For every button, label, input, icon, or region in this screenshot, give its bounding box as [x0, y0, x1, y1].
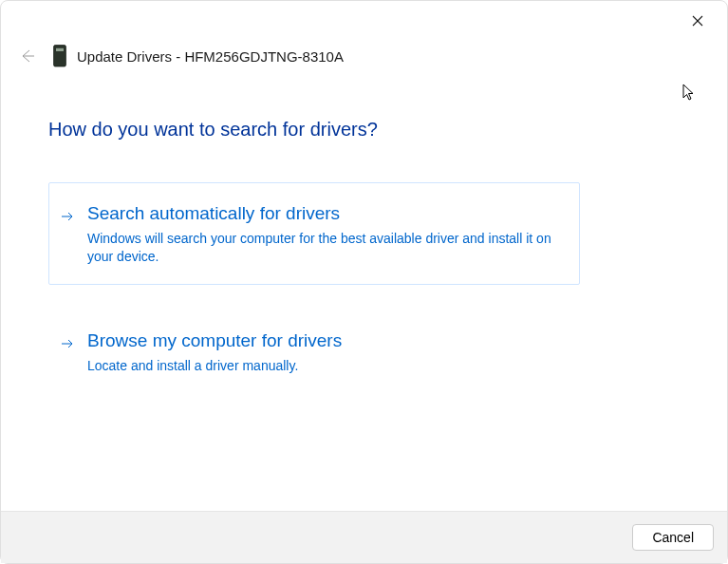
header-row: Update Drivers - HFM256GDJTNG-8310A	[1, 1, 727, 73]
option-text: Search automatically for drivers Windows…	[87, 202, 562, 265]
option-text: Browse my computer for drivers Locate an…	[87, 329, 562, 375]
svg-rect-3	[56, 48, 64, 51]
option-title: Browse my computer for drivers	[87, 329, 562, 353]
title-prefix: Update Drivers -	[77, 48, 184, 65]
arrow-right-icon	[61, 331, 78, 356]
option-title: Search automatically for drivers	[87, 202, 562, 226]
cancel-button[interactable]: Cancel	[632, 524, 714, 551]
arrow-right-icon	[61, 204, 78, 229]
option-search-automatically[interactable]: Search automatically for drivers Windows…	[48, 182, 580, 285]
dialog-window: Update Drivers - HFM256GDJTNG-8310A How …	[0, 0, 728, 564]
option-description: Locate and install a driver manually.	[87, 357, 562, 375]
dialog-title: Update Drivers - HFM256GDJTNG-8310A	[77, 48, 344, 65]
option-browse-computer[interactable]: Browse my computer for drivers Locate an…	[48, 310, 580, 395]
option-description: Windows will search your computer for th…	[87, 230, 562, 266]
device-name: HFM256GDJTNG-8310A	[184, 48, 344, 65]
content-area: How do you want to search for drivers? S…	[1, 73, 727, 511]
main-heading: How do you want to search for drivers?	[48, 119, 680, 141]
back-button[interactable]	[18, 47, 37, 66]
close-icon	[692, 15, 703, 27]
close-button[interactable]	[681, 8, 715, 34]
arrow-left-icon	[20, 48, 35, 64]
device-icon	[52, 47, 67, 66]
footer: Cancel	[1, 511, 727, 563]
